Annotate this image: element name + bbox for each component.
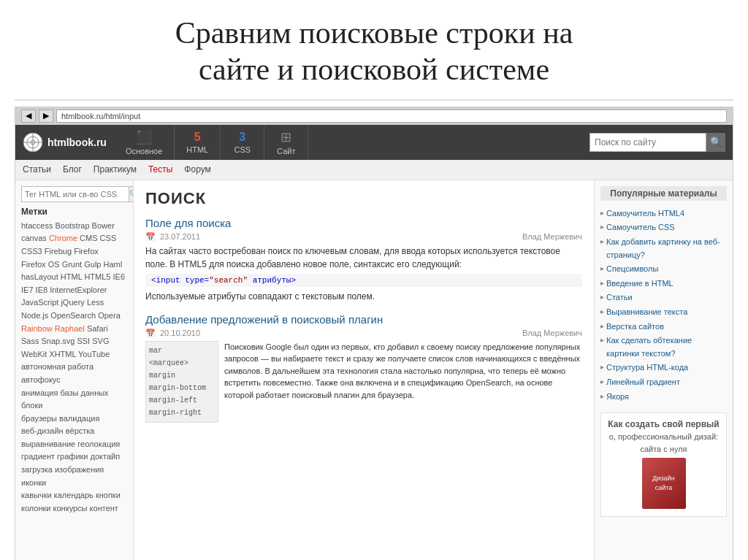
calendar-icon-1: 📅 (145, 232, 156, 242)
tag-jquery[interactable]: jQuery (61, 298, 86, 307)
tag-animaciya[interactable]: анимация (21, 388, 60, 397)
tag-search-input[interactable] (21, 186, 129, 202)
tag-less[interactable]: Less (87, 298, 104, 307)
site-search-input[interactable] (589, 133, 706, 152)
tag-izobrazheniya[interactable]: изображения (55, 465, 104, 474)
logo-area[interactable]: htmlbook.ru (15, 125, 114, 160)
popular-item-4[interactable]: Введение в HTML (600, 277, 727, 291)
tag-raphael[interactable]: Raphael (55, 324, 87, 333)
forward-button[interactable]: ▶ (39, 110, 53, 123)
tag-vyravnivanie[interactable]: выравнивание (21, 440, 77, 448)
tag-ie6[interactable]: IE6 (113, 272, 126, 281)
site-search-button[interactable]: 🔍 (706, 133, 725, 152)
tag-ie7[interactable]: IE7 (21, 285, 36, 294)
tag-bazy[interactable]: базы данных (60, 388, 108, 397)
tag-kavychki[interactable]: кавычки (21, 491, 54, 499)
tag-nodejs[interactable]: Node.js (21, 311, 50, 320)
tag-haml[interactable]: Haml (104, 260, 123, 269)
top-navigation: htmlbook.ru ⬛ Основное 5 HTML 3 CSS ⊞ Са… (15, 125, 733, 160)
tag-css[interactable]: CSS (100, 234, 117, 242)
tab-css[interactable]: 3 CSS (221, 125, 264, 160)
tag-youtube[interactable]: YouTube (78, 350, 110, 358)
tag-firebug[interactable]: Firebug (45, 247, 74, 256)
nav-stati[interactable]: Статьи (23, 164, 51, 174)
url-bar[interactable] (56, 110, 727, 123)
tag-veb-dizajn[interactable]: веб-дизайн (21, 426, 66, 435)
sidebar-item-mar: mar (149, 345, 215, 357)
tag-firefox[interactable]: Firefox (74, 247, 99, 256)
logo-text: htmlbook.ru (47, 137, 107, 148)
tag-gulp[interactable]: Gulp (84, 260, 103, 269)
tag-firefox2[interactable]: Firefox (21, 260, 48, 269)
tag-vyorstka[interactable]: вёрстка (66, 426, 95, 435)
sidebar-item-margin-right: margin-right (149, 407, 215, 419)
tab-html[interactable]: 5 HTML (175, 125, 221, 160)
tag-os[interactable]: OS (48, 260, 62, 269)
tag-safari[interactable]: Safari (87, 324, 108, 333)
tag-bloki[interactable]: блоки (21, 401, 42, 410)
tag-zagruzka[interactable]: загрузка (21, 465, 55, 474)
tag-bootstrap[interactable]: Bootstrap (55, 221, 91, 230)
tag-html[interactable]: HTML (61, 272, 85, 281)
tag-kontent[interactable]: контент (90, 504, 118, 513)
article-1-text2: Используемые атрибуты совпадают с тексто… (145, 290, 582, 303)
tag-ie8[interactable]: IE8 (36, 285, 50, 294)
popular-item-3[interactable]: Спецсимволы (600, 262, 727, 277)
tag-webkit[interactable]: WebKit (21, 350, 49, 358)
tag-opera[interactable]: Opera (98, 311, 121, 320)
tag-kalendar[interactable]: календарь (54, 491, 96, 499)
article-2-title[interactable]: Добавление предложений в поисковый плаги… (145, 313, 582, 326)
tag-haslayout[interactable]: hasLayout (21, 272, 61, 281)
tag-htaccess[interactable]: htaccess (21, 221, 55, 230)
article-1-title[interactable]: Поле для поиска (145, 217, 582, 229)
tab-site[interactable]: ⊞ Сайт (264, 125, 308, 160)
tag-canvas[interactable]: canvas (21, 234, 49, 242)
tag-opensearch[interactable]: OpenSearch (50, 311, 98, 320)
tag-validaciya[interactable]: валидация (59, 414, 99, 423)
tag-snapsvg[interactable]: Snap.svg (42, 337, 77, 345)
popular-item-11[interactable]: Якоря (600, 390, 727, 404)
tag-ssi[interactable]: SSI (77, 337, 92, 345)
promo-box: Как создать свой первый о, профессиональ… (600, 413, 727, 517)
tag-doktajp[interactable]: доктайп (91, 452, 121, 461)
tag-kolonki[interactable]: колонки (21, 504, 53, 513)
nav-blog[interactable]: Блог (63, 164, 82, 174)
tag-gradient[interactable]: градиент (21, 452, 57, 461)
tag-xhtml[interactable]: XHTML (49, 350, 78, 358)
back-button[interactable]: ◀ (21, 110, 36, 123)
popular-item-10[interactable]: Линейный градиент (600, 375, 727, 390)
tag-css3[interactable]: CSS3 (21, 247, 45, 256)
popular-item-9[interactable]: Структура HTML-кода (600, 361, 727, 375)
popular-item-7[interactable]: Верстка сайтов (600, 320, 727, 334)
tag-knopki[interactable]: кнопки (96, 491, 121, 499)
tag-avt-rabota[interactable]: автономная работа (21, 362, 94, 371)
popular-item-1[interactable]: Самоучитель CSS (600, 220, 727, 235)
tag-cms[interactable]: CMS (80, 234, 100, 242)
tag-avtofokus[interactable]: автофокус (21, 375, 61, 384)
tag-bower[interactable]: Bower (92, 221, 115, 230)
tag-geolokaciya[interactable]: геолокация (77, 440, 120, 448)
tag-konkursy[interactable]: конкурсы (53, 504, 90, 513)
tab-osnov[interactable]: ⬛ Основное (114, 125, 175, 160)
popular-item-6[interactable]: Выравнивание текста (600, 305, 727, 320)
metki-heading: Метки (21, 207, 127, 217)
nav-praktikum[interactable]: Практикум (94, 164, 137, 174)
popular-item-0[interactable]: Самоучитель HTML4 (600, 207, 727, 221)
tag-rainbow[interactable]: Rainbow (21, 324, 55, 333)
popular-item-2[interactable]: Как добавить картинку на веб-страницу? (600, 235, 727, 262)
tag-html5[interactable]: HTML5 (84, 272, 112, 281)
tag-grafiki[interactable]: графики (57, 452, 90, 461)
tag-chrome[interactable]: Chrome (49, 234, 80, 242)
nav-testy[interactable]: Тесты (148, 164, 172, 174)
tag-brauzery[interactable]: браузеры (21, 414, 59, 423)
popular-item-5[interactable]: Статьи (600, 291, 727, 305)
center-content: ПОИСК Поле для поиска 📅 23.07.2011 Влад … (134, 180, 594, 560)
tag-ie[interactable]: InternetExplorer (50, 285, 107, 294)
nav-forum[interactable]: Форум (184, 164, 210, 174)
tag-js[interactable]: JavaScript (21, 298, 61, 307)
tag-sass[interactable]: Sass (21, 337, 42, 345)
tag-svg[interactable]: SVG (92, 337, 109, 345)
tag-grunt[interactable]: Grunt (62, 260, 85, 269)
popular-item-8[interactable]: Как сделать обтекание картинки текстом? (600, 334, 727, 361)
tag-ikonki[interactable]: иконки (21, 478, 46, 487)
